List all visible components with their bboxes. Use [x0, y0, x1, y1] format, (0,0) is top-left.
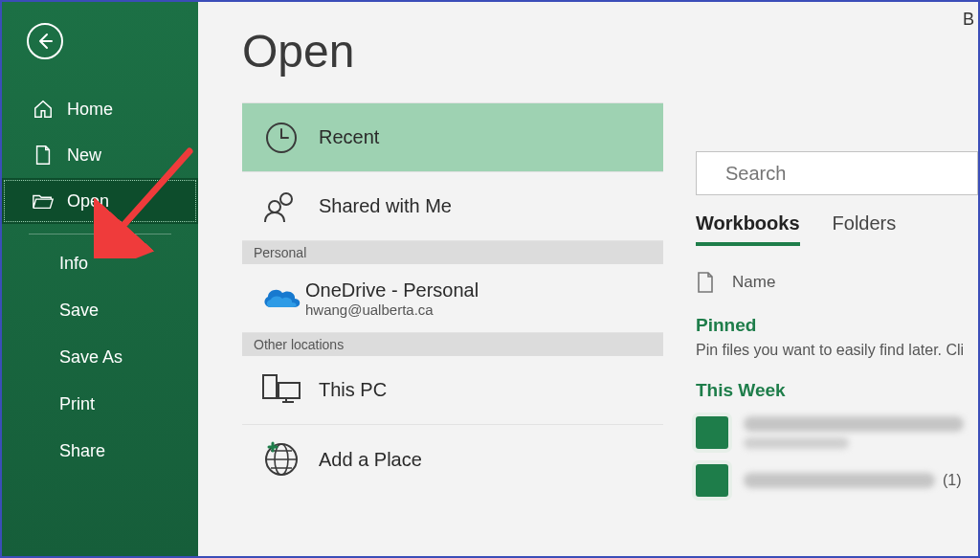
svg-rect-3	[263, 375, 277, 398]
location-sublabel: hwang@ualberta.ca	[305, 301, 479, 318]
group-pinned-title: Pinned	[696, 315, 978, 336]
location-this-pc[interactable]: This PC	[242, 356, 663, 425]
location-label: OneDrive - Personal	[305, 279, 479, 301]
location-section-header: Personal	[242, 241, 663, 264]
home-icon	[31, 99, 56, 120]
file-name-redacted	[744, 473, 935, 488]
group-thisweek-title: This Week	[696, 380, 978, 401]
location-label: This PC	[319, 379, 387, 401]
back-button[interactable]	[27, 23, 63, 59]
this-pc-icon	[257, 367, 305, 414]
sidebar-item-print[interactable]: Print	[2, 381, 198, 428]
location-section-header: Other locations	[242, 333, 663, 356]
sidebar-item-open[interactable]: Open	[2, 178, 198, 224]
group-pinned-hint: Pin files you want to easily find later.…	[696, 342, 978, 359]
tab-workbooks[interactable]: Workbooks	[696, 212, 800, 246]
recent-clock-icon	[257, 114, 305, 162]
sidebar-item-saveas[interactable]: Save As	[2, 334, 198, 381]
back-arrow-icon	[35, 32, 55, 51]
location-add-place[interactable]: Add a Place	[242, 425, 663, 494]
titlebar-fragment: B	[963, 10, 974, 30]
open-folder-icon	[31, 191, 56, 211]
sidebar-item-label: Home	[67, 100, 113, 120]
search-box[interactable]	[696, 151, 978, 195]
add-place-icon	[257, 435, 305, 483]
location-label: Recent	[319, 126, 379, 148]
backstage-sidebar: Home New Open Info Save Save As Print Sh…	[2, 2, 198, 556]
file-name-suffix: (1)	[943, 472, 962, 489]
sidebar-item-home[interactable]: Home	[2, 86, 198, 132]
svg-rect-4	[278, 383, 300, 398]
page-title: Open	[242, 25, 663, 78]
file-name-redacted	[744, 416, 964, 432]
svg-point-1	[280, 193, 292, 205]
column-header-row: Name	[696, 271, 978, 294]
sidebar-divider	[29, 234, 171, 234]
location-recent[interactable]: Recent	[242, 103, 663, 172]
location-label: Shared with Me	[319, 195, 452, 217]
file-tabs: Workbooks Folders	[696, 212, 978, 246]
excel-file-icon	[696, 464, 728, 497]
sidebar-item-share[interactable]: Share	[2, 428, 198, 475]
file-panel: Workbooks Folders Name Pinned Pin files …	[663, 25, 978, 556]
sidebar-item-label: Open	[67, 191, 109, 212]
file-row[interactable]	[696, 416, 978, 449]
column-header-name[interactable]: Name	[732, 273, 775, 292]
onedrive-cloud-icon	[257, 275, 305, 323]
search-input[interactable]	[725, 163, 968, 185]
location-label: Add a Place	[319, 449, 422, 471]
excel-file-icon	[696, 416, 728, 449]
file-path-redacted	[744, 437, 849, 449]
main-area: Open Recent Shar	[198, 2, 978, 556]
shared-people-icon	[257, 183, 305, 231]
location-onedrive[interactable]: OneDrive - Personal hwang@ualberta.ca	[242, 264, 663, 333]
tab-folders[interactable]: Folders	[833, 212, 897, 246]
sidebar-item-label: New	[67, 145, 101, 166]
location-shared[interactable]: Shared with Me	[242, 172, 663, 241]
file-row[interactable]: (1)	[696, 464, 978, 497]
location-list: Recent Shared with Me Personal	[242, 102, 663, 494]
sidebar-item-info[interactable]: Info	[2, 240, 198, 287]
svg-point-2	[269, 201, 280, 212]
sidebar-item-new[interactable]: New	[2, 132, 198, 178]
sidebar-item-save[interactable]: Save	[2, 287, 198, 334]
new-doc-icon	[31, 145, 56, 166]
file-icon	[696, 271, 715, 294]
